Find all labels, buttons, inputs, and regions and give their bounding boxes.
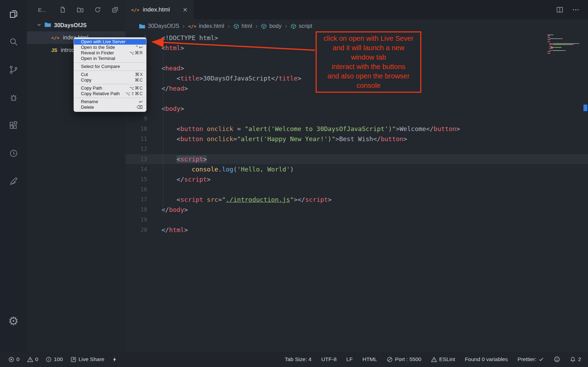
line-number: 16 — [126, 184, 147, 194]
refresh-icon[interactable] — [94, 6, 101, 13]
code-line: 9 — [126, 114, 588, 124]
debug-icon[interactable] — [6, 90, 21, 105]
js-icon: JS — [51, 47, 57, 53]
history-icon[interactable] — [6, 146, 21, 161]
folder-row-30daysofjs[interactable]: 30DaysOfJS — [27, 20, 126, 31]
code-line-text: <head> — [147, 63, 184, 73]
menu-item-rename[interactable]: Rename↩ — [74, 99, 146, 105]
code-line-text — [147, 93, 161, 104]
breadcrumb: 30DaysOfJS›</>index.html›html›body›scrip… — [126, 20, 588, 33]
status-item-0[interactable]: 0 — [8, 356, 20, 362]
menu-separator — [74, 84, 146, 84]
code-line: 16 — [126, 184, 588, 194]
code-line: 17 <script src="./introduction.js"></scr… — [126, 194, 588, 205]
close-icon[interactable] — [182, 7, 188, 13]
breadcrumb-item-html[interactable]: html — [233, 23, 252, 29]
explorer-icon[interactable] — [6, 6, 21, 22]
menu-separator — [74, 62, 146, 63]
breadcrumb-item-30daysofjs[interactable]: 30DaysOfJS — [139, 23, 179, 30]
code-line: 18</body> — [126, 205, 588, 215]
breadcrumb-item-index-html[interactable]: </>index.html — [188, 23, 224, 29]
folder-label: 30DaysOfJS — [54, 22, 86, 29]
menu-item-reveal-in-finder[interactable]: Reveal in Finder⌥⌘R — [74, 50, 146, 56]
menu-item-copy[interactable]: Copy⌘C — [74, 77, 146, 83]
status-item-smiley-icon[interactable] — [554, 356, 560, 362]
status-item-live-share[interactable]: Live Share — [70, 356, 104, 362]
new-file-icon[interactable] — [59, 6, 66, 13]
line-number: 11 — [126, 134, 147, 144]
status-item-0[interactable]: 0 — [27, 356, 38, 362]
source-control-icon[interactable] — [6, 62, 21, 77]
line-number: 17 — [126, 194, 147, 205]
status-item-found-0-variables[interactable]: Found 0 variables — [465, 356, 508, 362]
line-number: 10 — [126, 124, 147, 134]
code-line: 20</html> — [126, 225, 588, 235]
status-item-100[interactable]: 100 — [46, 356, 63, 362]
menu-separator — [74, 98, 146, 98]
folder-icon — [44, 21, 51, 30]
menu-item-open-with-live-server[interactable]: Open with Live Server — [74, 39, 146, 45]
split-editor-icon[interactable] — [556, 6, 564, 14]
code-line-text: <button onclick = "alert('Welcome to 30D… — [147, 124, 460, 134]
menu-item-copy-path[interactable]: Copy Path⌥⌘C — [74, 85, 146, 91]
settings-gear-icon[interactable]: ⚙ — [6, 313, 21, 329]
code-line-text — [147, 53, 161, 63]
symbol-cube-icon — [233, 23, 239, 29]
status-item-2[interactable]: 2 — [570, 356, 581, 362]
code-line: 7 — [126, 93, 588, 104]
status-item-tab-size-4[interactable]: Tab Size: 4 — [285, 356, 311, 362]
code-line-text: </html> — [147, 225, 188, 235]
code-line: 15 </script> — [126, 174, 588, 184]
code-line-text: <script> — [147, 154, 207, 164]
line-number: 14 — [126, 164, 147, 174]
status-item-eslint[interactable]: ESLint — [431, 356, 455, 362]
status-item-port-5500[interactable]: Port : 5500 — [387, 356, 421, 362]
menu-item-delete[interactable]: Delete⌫ — [74, 105, 146, 110]
more-actions-icon[interactable] — [572, 6, 580, 14]
code-line-text: </script> — [147, 174, 211, 184]
explorer-header-label: E... — [38, 7, 46, 13]
breadcrumb-item-body[interactable]: body — [261, 23, 281, 29]
bolt-icon — [112, 357, 117, 362]
info-icon — [46, 357, 52, 362]
code-line-text: </body> — [147, 205, 188, 215]
warning-icon — [431, 357, 437, 362]
status-item-html[interactable]: HTML — [362, 356, 377, 362]
html-code-icon: </> — [188, 23, 196, 29]
line-number: 19 — [126, 215, 147, 225]
activity-bar: ⚙ — [0, 0, 27, 352]
status-item-lf[interactable]: LF — [346, 356, 353, 362]
minimap[interactable] — [548, 35, 582, 54]
search-icon[interactable] — [6, 34, 21, 49]
menu-item-cut[interactable]: Cut⌘X — [74, 72, 146, 77]
code-line-text: <button onclick="alert('Happy New Year!'… — [147, 134, 407, 144]
line-number: 18 — [126, 205, 147, 215]
tab-index-html[interactable]: </> index.html — [126, 0, 194, 20]
overview-ruler-marker — [583, 105, 587, 111]
status-item-utf-8[interactable]: UTF-8 — [321, 356, 337, 362]
menu-item-open-to-the-side[interactable]: Open to the Side⌃↩ — [74, 45, 146, 50]
line-number: 9 — [126, 114, 147, 124]
breadcrumb-item-script[interactable]: script — [291, 23, 312, 29]
extensions-icon[interactable] — [6, 118, 21, 133]
chevron-right-icon: › — [227, 23, 230, 30]
line-number: 13 — [126, 154, 147, 164]
menu-item-copy-relative-path[interactable]: Copy Relative Path⌥⇧⌘C — [74, 91, 146, 97]
line-number: 20 — [126, 225, 147, 235]
code-line-text: <html> — [147, 43, 184, 53]
code-line-text: <!DOCTYPE html> — [147, 33, 218, 43]
chevron-down-icon — [37, 22, 42, 29]
status-item-bolt-icon[interactable] — [112, 357, 117, 362]
pen-icon[interactable] — [6, 174, 21, 189]
editor-actions — [556, 0, 588, 20]
tab-bar: </> index.html — [126, 0, 588, 20]
new-folder-icon[interactable] — [77, 6, 84, 13]
html-code-icon: </> — [131, 7, 139, 13]
status-item-prettier[interactable]: Prettier: — [518, 356, 544, 362]
code-line-text: <body> — [147, 104, 184, 114]
menu-item-select-for-compare[interactable]: Select for Compare — [74, 64, 146, 69]
menu-item-open-in-terminal[interactable]: Open in Terminal — [74, 56, 146, 61]
symbol-cube-icon — [261, 23, 267, 29]
line-number: 12 — [126, 144, 147, 154]
collapse-all-icon[interactable] — [112, 6, 119, 13]
